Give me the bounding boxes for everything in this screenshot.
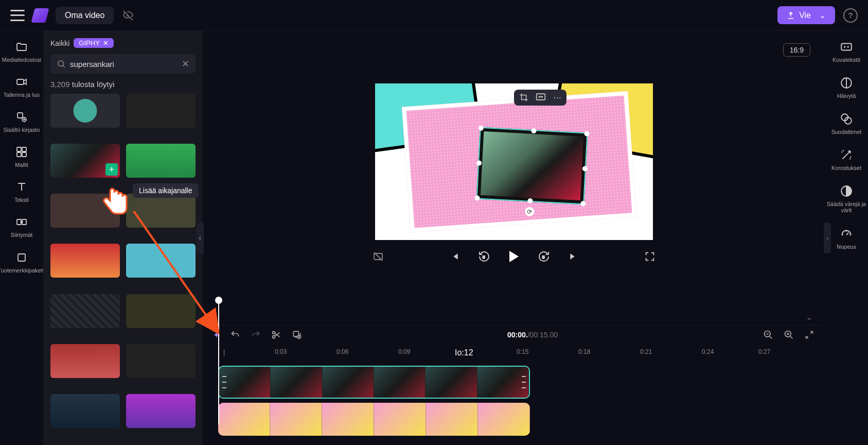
- sidebar-item-record[interactable]: Tallenna ja luo: [4, 75, 40, 98]
- content-panel: Kaikki GIPHY ✕ ✕ 3,209 tulosta löytyi +: [43, 31, 203, 445]
- prev-frame-button[interactable]: [447, 249, 462, 264]
- sidebar-item-templates[interactable]: Mallit: [15, 145, 28, 168]
- hide-overlay-button[interactable]: [371, 249, 385, 264]
- visibility-off-icon[interactable]: [122, 9, 134, 22]
- text-icon: [15, 180, 28, 194]
- split-button[interactable]: [271, 330, 281, 340]
- resize-handle[interactable]: [584, 131, 590, 136]
- sidebar-item-library[interactable]: Sisältö kirjasto: [4, 110, 40, 133]
- gif-thumbnail[interactable]: [126, 94, 196, 128]
- clip-trim-right[interactable]: [522, 376, 526, 388]
- resize-handle[interactable]: [478, 125, 484, 131]
- center-area: 16:9 ⟳: [203, 31, 825, 445]
- crop-icon[interactable]: [519, 93, 528, 102]
- search-input[interactable]: [70, 60, 178, 69]
- svg-rect-6: [22, 152, 26, 157]
- resize-handle[interactable]: [531, 128, 537, 133]
- svg-point-10: [58, 61, 64, 66]
- clear-search-icon[interactable]: ✕: [182, 58, 189, 70]
- aspect-ratio-button[interactable]: 16:9: [783, 43, 810, 57]
- sidebar-item-brandkit[interactable]: Tuotemerkkipaketti: [0, 251, 45, 273]
- gif-thumbnail[interactable]: [50, 294, 120, 328]
- search-icon: [57, 59, 66, 69]
- transitions-icon: [15, 215, 28, 229]
- gif-thumbnail[interactable]: [126, 344, 196, 378]
- fit-icon[interactable]: [536, 93, 546, 102]
- sidebar-item-media[interactable]: Mediatiedostosi: [2, 40, 41, 63]
- collapse-right-button[interactable]: ‹: [824, 222, 831, 253]
- playhead[interactable]: [218, 301, 219, 424]
- left-sidebar: Mediatiedostosi Tallenna ja luo Sisältö …: [0, 31, 43, 445]
- forward-5-button[interactable]: 5: [537, 249, 551, 264]
- add-to-timeline-icon[interactable]: +: [105, 163, 118, 176]
- svg-point-15: [273, 331, 275, 334]
- preview-area: 16:9 ⟳: [203, 31, 825, 325]
- selected-clip[interactable]: ⟳: [476, 127, 588, 204]
- rewind-5-button[interactable]: 5: [477, 249, 491, 264]
- sidebar-item-captions[interactable]: Kuvatekstit: [832, 40, 860, 63]
- sidebar-item-text[interactable]: Teksti: [14, 180, 29, 203]
- resize-handle[interactable]: [527, 198, 533, 203]
- sidebar-item-fade[interactable]: Häivytä: [837, 76, 856, 99]
- timeline-tracks[interactable]: [203, 361, 825, 445]
- chevron-down-icon: ⌄: [819, 10, 826, 20]
- rotate-handle[interactable]: ⟳: [524, 207, 534, 216]
- gif-thumbnail[interactable]: [126, 394, 196, 428]
- help-button[interactable]: ?: [843, 8, 858, 23]
- player-controls: 5 5: [371, 240, 657, 273]
- magic-wand-icon: [840, 148, 853, 162]
- gif-thumbnail[interactable]: [126, 294, 196, 328]
- resize-handle[interactable]: [582, 166, 588, 172]
- track-clip-selected[interactable]: [218, 366, 530, 399]
- more-icon[interactable]: ⋯: [553, 93, 561, 102]
- zoom-in-button[interactable]: [784, 330, 794, 340]
- filters-icon: [840, 112, 853, 126]
- clip-toolbar: ⋯: [514, 90, 566, 106]
- gif-thumbnail[interactable]: [50, 244, 120, 278]
- svg-text:5: 5: [483, 255, 485, 260]
- project-title[interactable]: Oma video: [56, 7, 114, 24]
- gif-thumbnail[interactable]: [126, 144, 196, 178]
- export-label: Vie: [799, 11, 811, 20]
- sidebar-item-colors[interactable]: Säädä värejä ja värit: [825, 184, 868, 213]
- filter-chip-giphy[interactable]: GIPHY ✕: [74, 38, 113, 48]
- fullscreen-button[interactable]: [643, 249, 657, 264]
- gif-thumbnail[interactable]: [50, 194, 120, 228]
- sidebar-item-speed[interactable]: Nopeus: [837, 227, 856, 250]
- clip-trim-left[interactable]: [222, 376, 226, 388]
- zoom-out-button[interactable]: [763, 330, 773, 340]
- gif-thumbnail-hover[interactable]: +: [50, 144, 120, 178]
- menu-button[interactable]: [10, 10, 25, 21]
- svg-rect-4: [22, 147, 26, 151]
- gif-thumbnail[interactable]: [50, 344, 120, 378]
- sidebar-item-highlights[interactable]: Korostukset: [831, 148, 861, 171]
- sidebar-item-filters[interactable]: Suodattimet: [831, 112, 862, 135]
- resize-handle[interactable]: [476, 160, 482, 166]
- svg-rect-0: [17, 79, 24, 84]
- gif-thumbnail[interactable]: [126, 194, 196, 228]
- track-clip-background[interactable]: [218, 403, 530, 436]
- sidebar-item-transitions[interactable]: Siirtymät: [11, 215, 33, 238]
- right-sidebar: ‹ Kuvatekstit Häivytä Suodattimet Korost…: [825, 31, 868, 445]
- resize-handle[interactable]: [580, 201, 586, 207]
- top-bar: Oma video Vie ⌄ ?: [0, 0, 868, 31]
- search-box[interactable]: ✕: [50, 54, 196, 74]
- svg-rect-5: [17, 152, 21, 157]
- resize-handle[interactable]: [474, 195, 480, 201]
- fit-timeline-button[interactable]: [804, 330, 814, 340]
- filter-all-label[interactable]: Kaikki: [50, 39, 69, 47]
- next-frame-button[interactable]: [566, 249, 581, 264]
- export-button[interactable]: Vie ⌄: [777, 6, 835, 24]
- redo-button[interactable]: [251, 330, 261, 340]
- preview-canvas[interactable]: ⟳ ⋯: [375, 83, 653, 240]
- timeline-ruler[interactable]: | 0:03 0:06 0:09 Io:12 0:15 0:18 0:21 0:…: [203, 344, 825, 361]
- chip-remove-icon[interactable]: ✕: [103, 39, 109, 47]
- collapse-preview-icon[interactable]: ⌄: [806, 312, 812, 322]
- play-button[interactable]: [507, 249, 521, 264]
- contrast-icon: [840, 184, 853, 198]
- gif-thumbnail[interactable]: [50, 394, 120, 428]
- undo-button[interactable]: [230, 330, 240, 340]
- gif-thumbnail[interactable]: [50, 94, 120, 128]
- gif-thumbnail[interactable]: [126, 244, 196, 278]
- duplicate-button[interactable]: [292, 330, 302, 340]
